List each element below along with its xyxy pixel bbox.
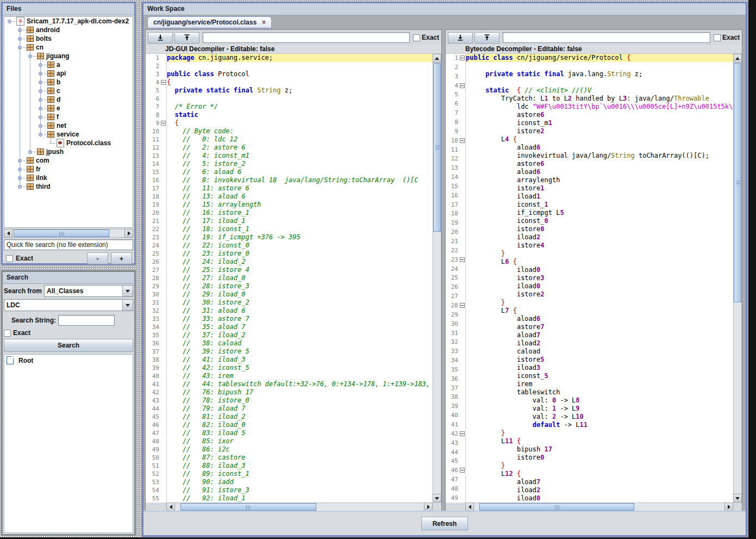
font-decrease-button[interactable]: - [87, 252, 108, 264]
files-tree[interactable]: ♨Sricam_17.7.17_apk-dl.com-dex2androidbo… [4, 16, 133, 228]
search-panel-titlebar[interactable]: Search [3, 272, 134, 284]
tree-item-protocol-class[interactable]: Protocol.class [49, 139, 113, 147]
workspace-titlebar[interactable]: Work Space [143, 3, 746, 15]
search-result-root[interactable]: Root [4, 355, 133, 366]
scroll-up-button[interactable] [733, 54, 742, 63]
tree-handle-icon[interactable] [8, 20, 11, 23]
package-icon [27, 166, 34, 172]
tree-item-c[interactable]: c [39, 86, 63, 95]
fold-collapse-icon[interactable] [460, 83, 465, 88]
hscroll-track[interactable] [175, 503, 424, 511]
class-icon [57, 139, 64, 147]
tree-item-e[interactable]: e [39, 104, 63, 113]
tree-item-a[interactable]: a [39, 60, 63, 69]
quick-file-search-input[interactable] [4, 239, 133, 250]
scroll-right-button[interactable] [424, 503, 433, 511]
tree-item-label: Sricam_17.7.17_apk-dl.com-dex2 [27, 17, 131, 25]
tree-item-jpush[interactable]: jpush [28, 147, 66, 156]
horizontal-scrollbar[interactable] [465, 503, 733, 511]
font-increase-button[interactable]: + [111, 252, 132, 264]
scroll-right-button[interactable] [724, 503, 733, 511]
tree-item-d[interactable]: d [39, 95, 63, 104]
fold-collapse-icon[interactable] [460, 138, 465, 143]
search-from-label: Search from [4, 287, 42, 295]
code-area[interactable]: public class cn/jiguang/service/Protocol… [466, 54, 733, 503]
vscroll-track[interactable] [433, 63, 441, 494]
editor-exact-label: Exact [422, 34, 439, 41]
hscroll-thumb[interactable] [479, 503, 634, 511]
files-panel-titlebar[interactable]: Files [3, 3, 134, 15]
combo-dropdown-button[interactable] [122, 300, 133, 311]
fold-collapse-icon[interactable] [460, 431, 465, 436]
fold-collapse-icon[interactable] [460, 55, 465, 60]
hscroll-thumb[interactable] [14, 230, 109, 237]
horizontal-scrollbar[interactable] [166, 503, 433, 511]
hscroll-track[interactable] [474, 503, 724, 511]
hscroll-track[interactable] [13, 229, 124, 238]
editor-search-input[interactable] [503, 32, 710, 43]
editor-search-input[interactable] [203, 32, 410, 43]
fold-collapse-icon[interactable] [161, 121, 166, 126]
scroll-left-button[interactable] [4, 229, 13, 238]
search-prev-button[interactable] [474, 32, 499, 44]
code-line: val: 1 -> L9 [466, 405, 733, 413]
tree-item-ilnk[interactable]: ilnk [18, 174, 49, 182]
scroll-up-button[interactable] [433, 54, 441, 63]
tree-item-label: net [57, 122, 68, 129]
files-exact-checkbox[interactable] [6, 255, 13, 262]
tree-item-bolts[interactable]: bolts [18, 34, 54, 43]
search-exact-checkbox[interactable] [4, 330, 11, 337]
combo-dropdown-button[interactable] [122, 286, 133, 296]
vertical-scrollbar[interactable] [733, 54, 742, 503]
tree-item-sricam-17-7-17-apk-dl-com-dex2[interactable]: ♨Sricam_17.7.17_apk-dl.com-dex2 [8, 17, 131, 26]
tree-item-f[interactable]: f [39, 113, 61, 121]
tree-item-api[interactable]: api [39, 69, 68, 78]
editor-exact-checkbox[interactable] [413, 34, 420, 41]
fold-collapse-icon[interactable] [460, 303, 465, 308]
editor-exact-checkbox[interactable] [714, 34, 721, 41]
scroll-down-button[interactable] [433, 494, 441, 503]
code-line: aload6 [466, 144, 733, 152]
tree-item-b[interactable]: b [39, 78, 63, 86]
search-results[interactable]: Root [4, 354, 133, 533]
tree-item-service[interactable]: service [39, 130, 81, 139]
vscroll-track[interactable] [733, 63, 742, 494]
tab-protocol-class[interactable]: cn/jiguang/service/Protocol.class × [147, 16, 272, 28]
tree-item-third[interactable]: third [18, 182, 53, 191]
tree-item-cn[interactable]: cn [18, 43, 46, 52]
search-from-combobox[interactable]: All_Classes [44, 285, 133, 297]
vscroll-thumb[interactable] [734, 63, 741, 302]
tree-item-com[interactable]: com [18, 156, 52, 165]
vscroll-thumb[interactable] [433, 63, 441, 232]
search-button[interactable]: Search [4, 339, 133, 352]
fold-collapse-icon[interactable] [460, 257, 465, 262]
search-prev-button[interactable] [174, 32, 199, 44]
scroll-right-button[interactable] [124, 229, 133, 238]
hscroll-thumb[interactable] [180, 503, 316, 511]
code-line: static [167, 111, 433, 119]
scroll-down-button[interactable] [733, 494, 742, 503]
scroll-left-button[interactable] [166, 503, 175, 511]
code-line: // 85: ixor [167, 437, 433, 445]
refresh-button[interactable]: Refresh [421, 517, 468, 530]
tab-close-icon[interactable]: × [262, 20, 266, 25]
search-string-input[interactable] [58, 315, 115, 326]
vertical-scrollbar[interactable] [433, 54, 441, 503]
tree-item-android[interactable]: android [18, 26, 62, 34]
tree-item-jiguang[interactable]: jiguang [28, 52, 72, 60]
line-number: 15 [146, 168, 159, 176]
files-tree-hscrollbar[interactable] [4, 229, 133, 238]
search-next-button[interactable] [448, 32, 473, 44]
code-line: L6 { [466, 258, 733, 266]
code-area[interactable]: package cn.jiguang.service;public class … [167, 54, 433, 503]
fold-collapse-icon[interactable] [161, 80, 166, 85]
tree-item-net[interactable]: net [39, 121, 68, 130]
line-number: 45 [446, 457, 458, 465]
search-type-combobox[interactable]: LDC [4, 299, 133, 311]
search-next-button[interactable] [148, 32, 173, 44]
scroll-left-button[interactable] [465, 503, 474, 511]
line-number: 48 [146, 437, 159, 445]
fold-collapse-icon[interactable] [460, 468, 465, 473]
code-line: // 11: astore 6 [167, 184, 433, 193]
tree-item-fr[interactable]: fr [18, 165, 43, 174]
